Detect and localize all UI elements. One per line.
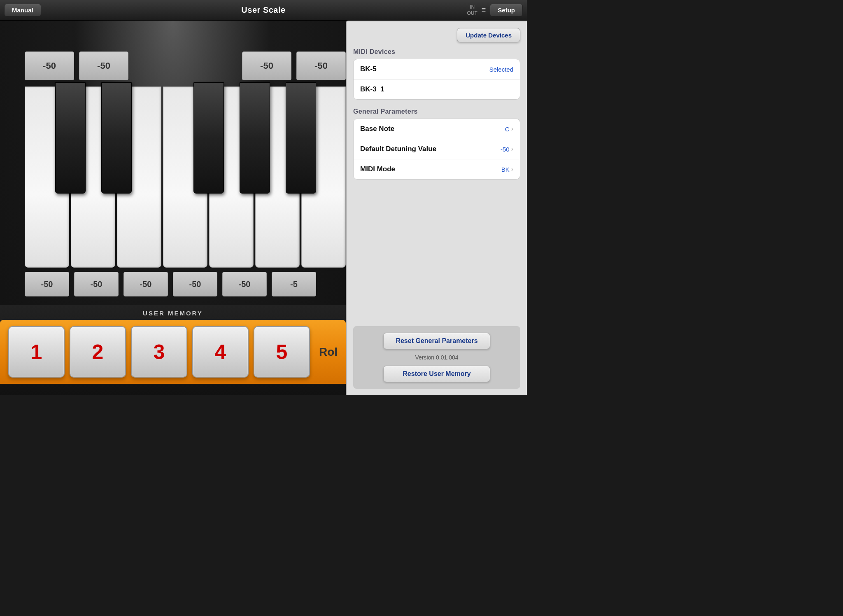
memory-button-4[interactable]: 4 (192, 326, 249, 378)
memory-button-1[interactable]: 1 (8, 326, 65, 378)
param-row-midi-mode[interactable]: MIDI Mode BK › (354, 159, 520, 179)
user-memory-section: USER MEMORY 1 2 3 4 5 Rol (0, 305, 346, 395)
param-value-base-note: C › (505, 125, 513, 133)
restore-user-memory-button[interactable]: Restore User Memory (383, 366, 490, 382)
black-key-4[interactable] (193, 82, 224, 194)
manual-button[interactable]: Manual (4, 4, 41, 16)
page-title: User Scale (241, 5, 285, 15)
device-row-bk5[interactable]: BK-5 Selected (354, 59, 520, 79)
top-bar: Manual User Scale IN OUT ≡ Setup (0, 0, 527, 21)
keyboard-area: -50 -50 -50 -50 -50 -50 -50 -50 -50 -5 U… (0, 21, 346, 395)
detune-top-1[interactable]: -50 (25, 51, 74, 80)
chevron-midi-mode-icon: › (511, 166, 513, 173)
detune-bottom-4[interactable]: -50 (173, 272, 217, 296)
in-out-label: IN OUT (467, 4, 477, 16)
update-devices-button[interactable]: Update Devices (457, 28, 520, 42)
memory-partial-label: Rol (315, 345, 338, 359)
param-row-detuning[interactable]: Default Detuning Value -50 › (354, 139, 520, 159)
black-key-5[interactable] (240, 82, 270, 194)
param-name-base-note: Base Note (360, 125, 394, 133)
general-params-title: General Parameters (353, 108, 520, 115)
right-panel: Update Devices MIDI Devices BK-5 Selecte… (346, 21, 527, 395)
detune-bottom-2[interactable]: -50 (74, 272, 119, 296)
bottom-section: Reset General Parameters Version 0.01.00… (353, 326, 520, 389)
device-name-bk31: BK-3_1 (360, 85, 384, 93)
detune-bottom-6[interactable]: -5 (272, 272, 316, 296)
detuning-bottom: -50 -50 -50 -50 -50 -5 (25, 270, 342, 299)
reset-general-params-button[interactable]: Reset General Parameters (383, 333, 490, 349)
detune-top-2[interactable]: -50 (79, 51, 128, 80)
black-key-6[interactable] (286, 82, 316, 194)
topbar-right: IN OUT ≡ Setup (467, 4, 523, 16)
black-key-1[interactable] (55, 82, 86, 194)
midi-lines-icon: ≡ (482, 6, 486, 14)
midi-devices-list: BK-5 Selected BK-3_1 (353, 59, 520, 100)
param-name-midi-mode: MIDI Mode (360, 165, 395, 173)
detune-bottom-1[interactable]: -50 (25, 272, 69, 296)
param-row-base-note[interactable]: Base Note C › (354, 119, 520, 139)
general-params-list: Base Note C › Default Detuning Value -50… (353, 119, 520, 180)
device-name-bk5: BK-5 (360, 65, 377, 73)
detune-bottom-5[interactable]: -50 (222, 272, 267, 296)
user-memory-label: USER MEMORY (0, 305, 346, 317)
version-label: Version 0.01.004 (415, 354, 458, 361)
piano-keyboard (25, 82, 342, 268)
memory-button-2[interactable]: 2 (70, 326, 126, 378)
memory-buttons-container: 1 2 3 4 5 Rol (0, 320, 346, 384)
detuning-top: -50 -50 -50 -50 (25, 49, 342, 82)
chevron-detuning-icon: › (511, 145, 513, 153)
device-selected-bk5: Selected (489, 66, 513, 73)
detune-top-6[interactable]: -50 (296, 51, 346, 80)
detune-bottom-3[interactable]: -50 (123, 272, 168, 296)
midi-devices-title: MIDI Devices (353, 48, 520, 56)
black-key-2[interactable] (101, 82, 132, 194)
param-value-midi-mode: BK › (501, 166, 513, 173)
chevron-base-note-icon: › (511, 125, 513, 133)
param-name-detuning: Default Detuning Value (360, 145, 436, 153)
setup-button[interactable]: Setup (490, 4, 523, 16)
device-row-bk31[interactable]: BK-3_1 (354, 79, 520, 99)
memory-button-3[interactable]: 3 (131, 326, 187, 378)
memory-button-5[interactable]: 5 (254, 326, 310, 378)
param-value-detuning: -50 › (501, 145, 513, 153)
detune-top-5[interactable]: -50 (242, 51, 291, 80)
